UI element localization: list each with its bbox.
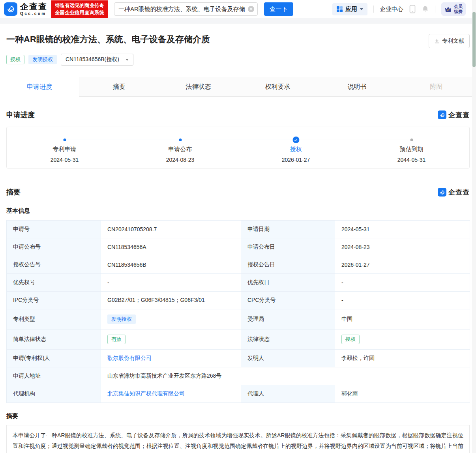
tab-claims[interactable]: 权利要求	[238, 77, 317, 97]
member-label-line2: 续费	[454, 9, 463, 14]
tab-bar: 申请进度 摘要 法律状态 权利要求 说明书 附图	[0, 77, 476, 97]
field-label: 优先权日	[241, 274, 335, 292]
applicant-company-link[interactable]: 歌尔股份有限公司	[107, 355, 152, 361]
progress-timeline: 专利申请 2024-05-31 申请公布 2024-08-23 授权 2026-…	[6, 127, 470, 168]
qcc-watermark-text: 企查查	[448, 188, 470, 197]
milestone-date: 2026-01-27	[238, 157, 354, 163]
header-separator	[0, 18, 476, 24]
field-value: CN202410705208.7	[101, 221, 241, 238]
field-value: 山东省潍坊市高新技术产业开发区东方路268号	[101, 367, 470, 385]
field-label: 申请号	[7, 221, 101, 238]
divider	[435, 6, 435, 13]
field-value: -	[335, 292, 470, 309]
publication-number-value: CN118534656B(授权)	[66, 56, 119, 63]
member-label-line1: 会员	[454, 4, 463, 9]
field-value: 授权	[335, 329, 470, 350]
patent-type-badge: 发明授权	[107, 314, 136, 324]
qcc-watermark-logo: 企查查	[438, 110, 470, 120]
field-label: 申请公布号	[7, 238, 101, 256]
milestone-check-icon-granted	[292, 137, 299, 143]
qcc-logo-icon	[438, 110, 446, 119]
publication-number-select[interactable]: CN118534656B(授权)	[61, 54, 133, 66]
apps-menu-button[interactable]: 应用	[332, 3, 367, 15]
milestone-filed: 专利申请 2024-05-31	[7, 146, 122, 163]
field-label: 专利类型	[7, 309, 101, 329]
clear-search-icon[interactable]: ✕	[248, 6, 254, 12]
table-row: 简单法律状态 有效 法律状态 授权	[7, 329, 470, 350]
notifications-bell-icon[interactable]	[422, 5, 429, 13]
mobile-app-icon[interactable]	[409, 5, 416, 13]
abstract-text: 本申请公开了一种AR眼镜的校准方法、系统、电子设备及存储介质，所属的技术领域为增…	[6, 425, 470, 453]
field-label: 授权公告日	[241, 256, 335, 274]
milestone-dot-published	[179, 139, 182, 141]
field-value: 2024-05-31	[335, 221, 470, 238]
apps-label: 应用	[345, 6, 357, 13]
agency-company-link[interactable]: 北京集佳知识产权代理有限公司	[107, 390, 185, 397]
tab-figures[interactable]: 附图	[397, 77, 476, 97]
field-label: 简单法律状态	[7, 329, 101, 350]
field-label: 申请人地址	[7, 367, 101, 385]
member-renewal-button[interactable]: 会员 续费	[441, 2, 466, 16]
table-row: 申请号 CN202410705208.7 申请日期 2024-05-31	[7, 221, 470, 238]
section-title-progress: 申请进度	[6, 110, 35, 120]
field-label: 代理人	[241, 385, 335, 403]
field-value: 北京集佳知识产权代理有限公司	[101, 385, 241, 403]
search-button[interactable]: 查一下	[264, 2, 293, 16]
tab-specification[interactable]: 说明书	[317, 77, 397, 97]
qcc-logo[interactable]: 企查查 Qcc.com	[4, 2, 47, 16]
qcc-watermark-logo: 企查查	[438, 188, 470, 197]
field-label: 代理机构	[7, 385, 101, 403]
field-value: 2024-08-23	[335, 238, 470, 256]
milestone-date: 2024-08-23	[122, 157, 238, 163]
field-label: IPC分类号	[7, 292, 101, 309]
milestone-label: 预估到期	[354, 146, 469, 153]
table-row: 专利类型 发明授权 受理局 中国	[7, 309, 470, 329]
download-icon	[434, 38, 440, 44]
enterprise-center-link[interactable]: 企业中心	[380, 6, 403, 13]
page-scrollbar	[472, 0, 476, 453]
field-label: CPC分类号	[241, 292, 335, 309]
patent-type-badge: 发明授权	[28, 55, 57, 64]
search-input[interactable]	[114, 2, 258, 16]
top-navigation-bar: 企查查 Qcc.com 缔造有远见的商业传奇 全国企业信用查询系统 ✕ 查一下 …	[0, 0, 476, 18]
field-label: 优先权号	[7, 274, 101, 292]
scrollbar-thumb[interactable]	[472, 12, 476, 67]
table-row: 申请(专利权)人 歌尔股份有限公司 发明人 李毅松，许圆	[7, 350, 470, 367]
logo-domain: Qcc.com	[20, 11, 47, 16]
milestone-date: 2024-05-31	[7, 157, 122, 163]
search-box: ✕	[114, 2, 258, 16]
milestone-dot-expiry	[410, 139, 413, 141]
table-row: 授权公告号 CN118534656B 授权公告日 2026-01-27	[7, 256, 470, 274]
table-row: 申请公布号 CN118534656A 申请公布日 2024-08-23	[7, 238, 470, 256]
field-label: 申请公布日	[241, 238, 335, 256]
milestone-label: 专利申请	[7, 146, 122, 153]
field-value: G02B27/01；G06F3/04815；G06F3/01	[101, 292, 241, 309]
field-value: CN118534656A	[101, 238, 241, 256]
abstract-heading: 摘要	[6, 412, 470, 420]
tab-legal-status[interactable]: 法律状态	[159, 77, 238, 97]
milestone-estimated-expiry: 预估到期 2044-05-31	[354, 146, 469, 163]
milestone-granted: 授权 2026-01-27	[238, 146, 354, 163]
tab-abstract[interactable]: 摘要	[79, 77, 159, 97]
main-content: 一种AR眼镜的校准方法、系统、电子设备及存储介质 专利文献 授权 发明授权 CN…	[0, 34, 476, 453]
qcc-logo-icon	[4, 2, 17, 16]
field-value: 2026-01-27	[335, 256, 470, 274]
field-value: 歌尔股份有限公司	[101, 350, 241, 367]
field-label: 申请(专利权)人	[7, 350, 101, 367]
table-row: IPC分类号 G02B27/01；G06F3/04815；G06F3/01 CP…	[7, 292, 470, 309]
tab-application-progress[interactable]: 申请进度	[0, 77, 79, 97]
chevron-down-icon	[360, 8, 363, 10]
section-title-summary: 摘要	[6, 187, 21, 197]
field-label: 受理局	[241, 309, 335, 329]
table-row: 申请人地址 山东省潍坊市高新技术产业开发区东方路268号	[7, 367, 470, 385]
crown-icon	[444, 6, 452, 13]
field-value: 有效	[101, 329, 241, 350]
patent-literature-button[interactable]: 专利文献	[429, 34, 470, 48]
brand-slogan: 缔造有远见的商业传奇 全国企业信用查询系统	[51, 0, 108, 18]
table-row: 优先权号 - 优先权日 -	[7, 274, 470, 292]
field-value: 发明授权	[101, 309, 241, 329]
chevron-down-icon	[126, 59, 129, 61]
field-value: 李毅松，许圆	[335, 350, 470, 367]
legal-status-badge: 授权	[341, 335, 360, 344]
qcc-logo-icon	[438, 188, 446, 197]
